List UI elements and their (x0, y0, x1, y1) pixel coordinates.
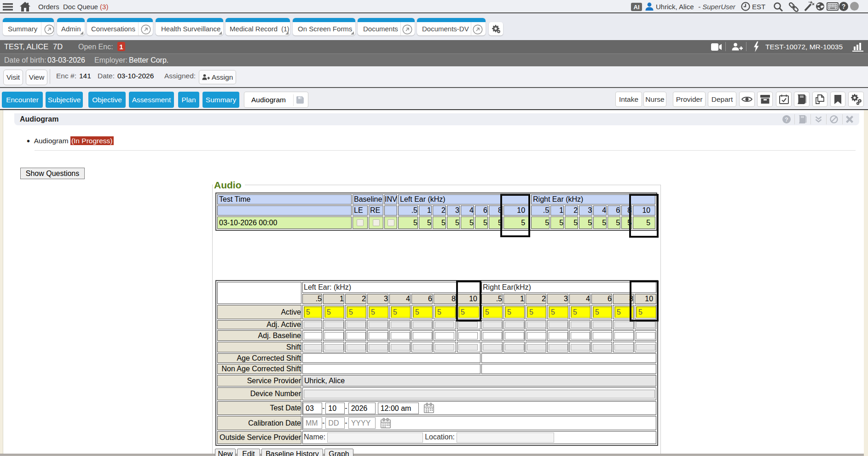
svg-text:?: ? (842, 3, 846, 10)
svg-text:?: ? (785, 116, 788, 123)
